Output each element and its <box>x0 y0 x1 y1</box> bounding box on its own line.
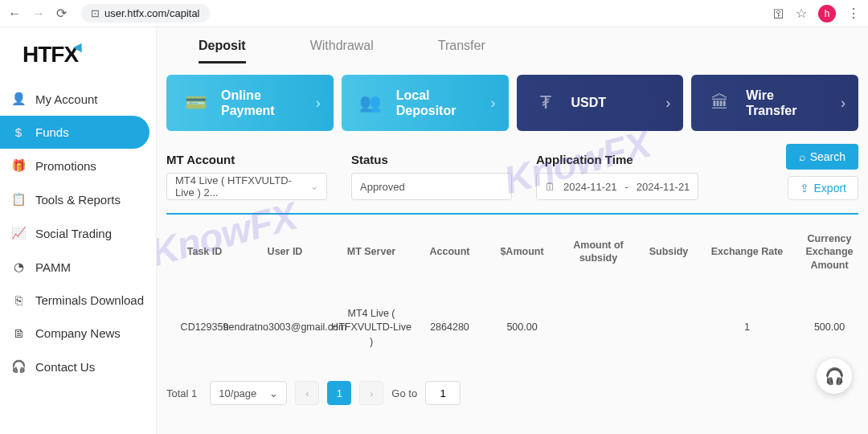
td-user-id: hendratno3003@gmail.com <box>243 297 327 359</box>
status-label: Status <box>351 153 512 166</box>
th-task-id: Task ID <box>166 223 243 281</box>
chevron-down-icon: ⌄ <box>310 181 318 192</box>
pager-page-1[interactable]: 1 <box>327 381 351 405</box>
sidebar-item-label: PAMM <box>35 260 71 274</box>
sidebar-item-pamm[interactable]: ◔ PAMM <box>0 250 156 284</box>
status-select[interactable]: Approved <box>351 173 512 200</box>
export-button-label: Export <box>814 182 846 194</box>
password-key-icon[interactable]: ⚿ <box>773 7 784 20</box>
deposit-table: Task ID User ID MT Server Account $Amoun… <box>166 223 858 358</box>
sidebar-item-social-trading[interactable]: 📈 Social Trading <box>0 216 156 250</box>
sidebar-item-label: My Account <box>35 92 98 106</box>
section-divider <box>166 213 858 215</box>
td-account: 2864280 <box>416 297 484 359</box>
support-fab[interactable]: 🎧 <box>817 358 852 394</box>
card-label-line2: Transfer <box>746 104 796 117</box>
bookmark-star-icon[interactable]: ☆ <box>796 6 807 21</box>
sidebar-item-my-account[interactable]: 👤 My Account <box>0 82 156 116</box>
td-currency-exchange-amount: 500.00 <box>793 297 866 359</box>
date-range-picker[interactable]: 🗓 2024-11-21 - 2024-11-21 <box>536 173 698 200</box>
th-subsidy-amount: Amount of subsidy <box>560 223 637 281</box>
card-wire-transfer[interactable]: 🏛 WireTransfer › <box>691 75 858 131</box>
user-icon: 👤 <box>11 92 26 106</box>
chevron-down-icon: ⌄ <box>269 387 278 399</box>
card-label-line2: Depositor <box>396 104 457 117</box>
clipboard-icon: 📋 <box>11 192 26 207</box>
th-user-id: User ID <box>243 223 327 281</box>
address-bar[interactable]: ⊡ user.htfx.com/capital <box>81 4 210 23</box>
chart-icon: 📈 <box>11 226 26 240</box>
card-label: USDT <box>571 95 607 110</box>
pager-next-button[interactable]: › <box>359 381 383 405</box>
dollar-icon: $ <box>11 125 26 139</box>
td-subsidy <box>637 297 701 359</box>
sidebar-item-terminals-download[interactable]: ⎘ Terminals Download <box>0 284 156 317</box>
bank-icon: 🏛 <box>704 87 736 119</box>
search-icon: ⌕ <box>799 150 805 163</box>
chevron-right-icon: › <box>665 95 670 112</box>
filter-row: MT Account MT4 Live ( HTFXVULTD-Live ) 2… <box>166 144 858 200</box>
site-info-icon: ⊡ <box>91 7 100 19</box>
page-size-value: 10/page <box>219 387 256 399</box>
chevron-right-icon: › <box>491 95 496 112</box>
mt-account-select[interactable]: MT4 Live ( HTFXVULTD-Live ) 2... ⌄ <box>166 173 327 200</box>
url-text: user.htfx.com/capital <box>104 7 200 19</box>
application-time-label: Application Time <box>536 153 698 166</box>
pay-icon: 💳 <box>179 87 211 119</box>
news-icon: 🗎 <box>11 326 26 340</box>
search-button-label: Search <box>810 150 845 163</box>
status-value: Approved <box>360 181 405 193</box>
chevron-right-icon: › <box>841 95 845 112</box>
tab-deposit[interactable]: Deposit <box>199 34 246 63</box>
export-icon: ⇪ <box>800 182 809 194</box>
headset-icon: 🎧 <box>825 366 845 386</box>
card-local-depositor[interactable]: 👥 LocalDepositor › <box>342 75 509 131</box>
sidebar: HTFX 👤 My Account $ Funds 🎁 Promotions 📋… <box>0 27 157 434</box>
th-currency-exchange-amount: Currency Exchange Amount <box>793 223 866 281</box>
th-amount: $Amount <box>484 223 560 281</box>
th-exchange-rate: Exchange Rate <box>701 223 793 281</box>
depositor-icon: 👥 <box>354 87 387 119</box>
search-button[interactable]: ⌕ Search <box>786 144 858 170</box>
sidebar-item-company-news[interactable]: 🗎 Company News <box>0 317 156 350</box>
pager-prev-button[interactable]: ‹ <box>295 381 319 405</box>
back-icon[interactable]: ← <box>8 6 21 21</box>
reload-icon[interactable]: ⟳ <box>56 6 67 21</box>
tab-transfer[interactable]: Transfer <box>438 34 485 63</box>
pager-goto-input[interactable] <box>425 381 461 405</box>
kebab-menu-icon[interactable]: ⋮ <box>847 6 860 21</box>
funds-tabs: Deposit Withdrawal Transfer <box>166 27 858 63</box>
forward-icon[interactable]: → <box>32 6 45 21</box>
sidebar-item-tools-reports[interactable]: 📋 Tools & Reports <box>0 182 156 216</box>
date-from: 2024-11-21 <box>563 181 617 193</box>
sidebar-item-label: Company News <box>35 326 121 340</box>
mt-account-label: MT Account <box>166 153 327 166</box>
card-usdt[interactable]: ₮ USDT › <box>517 75 684 131</box>
browser-toolbar: ← → ⟳ ⊡ user.htfx.com/capital ⚿ ☆ h ⋮ <box>0 0 868 27</box>
export-button[interactable]: ⇪ Export <box>788 176 858 200</box>
card-label-line2: Payment <box>221 104 275 117</box>
gift-icon: 🎁 <box>11 158 26 173</box>
td-mt-server: MT4 Live ( HTFXVULTD-Live ) <box>327 297 416 359</box>
mt-account-value: MT4 Live ( HTFXVULTD-Live ) 2... <box>175 174 310 199</box>
tab-withdrawal[interactable]: Withdrawal <box>310 34 374 63</box>
profile-avatar[interactable]: h <box>818 5 836 23</box>
payment-method-cards: 💳 OnlinePayment › 👥 LocalDepositor › ₮ U… <box>166 75 858 131</box>
card-online-payment[interactable]: 💳 OnlinePayment › <box>166 75 334 131</box>
sidebar-item-label: Contact Us <box>35 360 95 374</box>
main-content: Deposit Withdrawal Transfer 💳 OnlinePaym… <box>157 27 868 434</box>
pager-total: Total 1 <box>166 387 197 399</box>
chevron-right-icon: › <box>316 95 321 112</box>
logo: HTFX <box>0 27 156 82</box>
page-size-select[interactable]: 10/page ⌄ <box>210 381 287 405</box>
th-subsidy: Subsidy <box>637 223 701 281</box>
sidebar-item-label: Promotions <box>35 159 96 173</box>
sidebar-item-promotions[interactable]: 🎁 Promotions <box>0 149 156 182</box>
td-amount: 500.00 <box>484 297 560 359</box>
th-account: Account <box>416 223 484 281</box>
sidebar-item-label: Funds <box>35 125 69 139</box>
sidebar-item-funds[interactable]: $ Funds <box>0 116 149 149</box>
pie-icon: ◔ <box>11 260 26 274</box>
logo-text-a: HTF <box>23 42 63 68</box>
sidebar-item-contact-us[interactable]: 🎧 Contact Us <box>0 350 156 383</box>
